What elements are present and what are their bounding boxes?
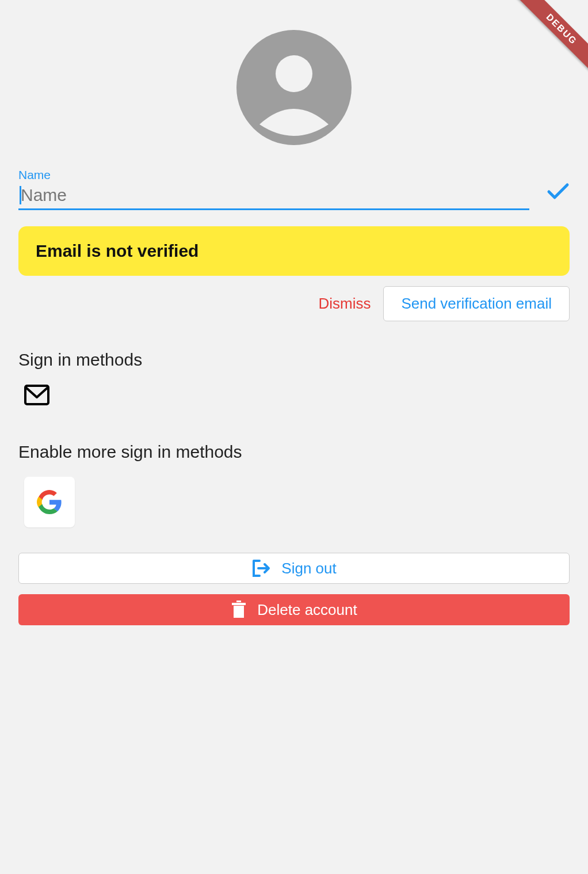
- svg-point-1: [276, 55, 312, 92]
- check-icon: [547, 181, 570, 200]
- profile-page: Name Email is not verified Dismiss Send …: [0, 0, 588, 654]
- banner-text: Email is not verified: [36, 241, 198, 260]
- trash-icon: [231, 601, 247, 619]
- enable-more-title: Enable more sign in methods: [18, 442, 570, 462]
- text-cursor: [20, 186, 21, 204]
- name-input[interactable]: [18, 183, 529, 210]
- avatar-placeholder-icon[interactable]: [236, 30, 352, 145]
- avatar-container: [18, 30, 570, 145]
- email-icon[interactable]: [24, 385, 49, 405]
- sign-out-button[interactable]: Sign out: [18, 553, 570, 584]
- sign-out-label: Sign out: [281, 560, 336, 577]
- google-signin-button[interactable]: [24, 477, 75, 527]
- svg-rect-4: [232, 603, 246, 605]
- banner-actions: Dismiss Send verification email: [18, 286, 570, 321]
- confirm-name-button[interactable]: [547, 181, 570, 210]
- verification-banner: Email is not verified: [18, 226, 570, 276]
- delete-account-button[interactable]: Delete account: [18, 594, 570, 625]
- sign-out-icon: [251, 560, 271, 577]
- send-verification-button[interactable]: Send verification email: [383, 286, 570, 321]
- dismiss-button[interactable]: Dismiss: [316, 289, 373, 318]
- name-field-container: Name: [18, 168, 529, 210]
- delete-account-label: Delete account: [257, 601, 357, 619]
- name-label: Name: [18, 168, 529, 182]
- signin-methods-row: [18, 385, 570, 408]
- name-row: Name: [18, 168, 570, 210]
- google-icon: [37, 489, 62, 515]
- svg-rect-3: [234, 606, 244, 618]
- signin-methods-title: Sign in methods: [18, 350, 570, 370]
- svg-rect-5: [236, 601, 241, 602]
